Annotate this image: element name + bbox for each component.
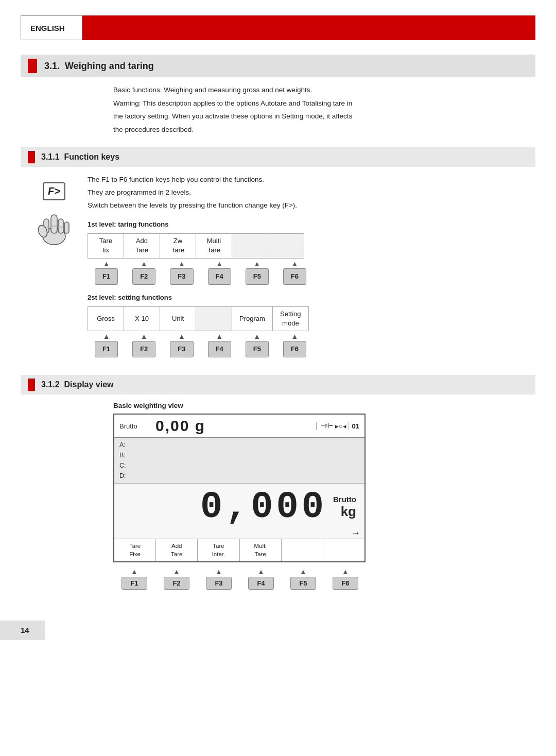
display-c-label: C:	[119, 460, 126, 471]
display-arrow-f6: ▲	[342, 568, 349, 576]
display-f5-button[interactable]: F5	[290, 577, 316, 590]
display-fkey-5	[282, 539, 323, 561]
display-arrow-f4: ▲	[257, 568, 265, 576]
display-f6-button[interactable]: F6	[333, 577, 358, 590]
fkey-icon-area: F>	[21, 174, 88, 363]
display-arrow-f2: ▲	[173, 568, 180, 576]
fkeys-content: The F1 to F6 function keys help you cont…	[88, 174, 535, 363]
display-arrow-f5: ▲	[300, 568, 307, 576]
arrow-up-f3: ▲	[178, 260, 185, 267]
l2-f1-cell: Gross	[88, 306, 124, 331]
footer: 14	[0, 621, 556, 640]
body-line-3: the factory setting. When you activate t…	[113, 111, 535, 122]
svg-rect-4	[64, 222, 69, 233]
section-312-title: 3.1.2 Display view	[41, 380, 114, 389]
body-line-1: Basic functions: Weighing and measuring …	[113, 84, 535, 96]
f3-button-l1[interactable]: F3	[170, 268, 193, 285]
display-fkey-4: MultiTare	[240, 539, 282, 561]
display-fbtn-f5: ▲ F5	[282, 568, 324, 590]
fkeys-intro-2: They are programmed in 2 levels.	[88, 187, 535, 199]
display-a-row: A:	[119, 440, 359, 450]
l1-btn-f3: ▲ F3	[163, 260, 200, 285]
arrow-up-f6: ▲	[291, 260, 299, 267]
display-fbtns-row: ▲ F1 ▲ F2 ▲ F3 ▲ F4 ▲ F5 ▲ F6	[113, 568, 535, 590]
display-b-label: B:	[119, 450, 126, 460]
section-31-header: 3.1. Weighing and taring	[21, 55, 535, 77]
display-f2-button[interactable]: F2	[164, 577, 189, 590]
f1-button-l1[interactable]: F1	[95, 268, 118, 285]
display-abcd-rows: A: B: C: D:	[114, 438, 364, 484]
display-f1-button[interactable]: F1	[121, 577, 147, 590]
body-line-4: the procedures described.	[113, 124, 535, 135]
f2-button-l1[interactable]: F2	[132, 268, 155, 285]
display-brutto-right-label: Brutto	[333, 495, 356, 504]
section-311-title: 3.1.1 Function keys	[41, 152, 119, 162]
arrow-up-l2-f6: ▲	[291, 333, 299, 340]
display-f3-button[interactable]: F3	[206, 577, 231, 590]
svg-rect-1	[51, 215, 57, 233]
display-a-label: A:	[119, 440, 126, 450]
display-icon2: ▸○◂	[335, 422, 346, 430]
f6-button-l2[interactable]: F6	[283, 341, 306, 357]
l2-btn-f6: ▲ F6	[276, 333, 314, 357]
display-kg-label: kg	[341, 504, 356, 520]
display-icons-row: ⊣¹⊢ ▸○◂ 01	[316, 422, 359, 430]
display-big-number-row: 0,000 Brutto kg	[114, 484, 364, 528]
arrow-up-l2-f4: ▲	[216, 333, 223, 340]
level1-btn-row: ▲ F1 ▲ F2 ▲ F3 ▲ F4 ▲ F5	[88, 260, 535, 285]
display-fbtn-f1: ▲ F1	[113, 568, 155, 590]
display-fbtn-f6: ▲ F6	[324, 568, 367, 590]
arrow-up-f2: ▲	[141, 260, 148, 267]
language-text: ENGLISH	[30, 24, 65, 32]
display-big-number: 0,000	[200, 489, 327, 526]
arrow-up-l2-f3: ▲	[178, 333, 185, 340]
display-num-right: 01	[349, 422, 359, 430]
display-b-row: B:	[119, 450, 359, 460]
section-311-header: 3.1.1 Function keys	[21, 147, 535, 167]
arrow-up-l2-f2: ▲	[141, 333, 148, 340]
fkeys-intro-1: The F1 to F6 function keys help you cont…	[88, 174, 535, 186]
l2-btn-f3: ▲ F3	[163, 333, 200, 357]
display-bottom-fkeys: TareFixe AddTare TareInter. MultiTare	[114, 539, 364, 561]
display-d-row: D:	[119, 471, 359, 481]
l1-f3-cell: ZwTare	[160, 234, 196, 258]
f-greater-icon: F>	[43, 182, 65, 200]
hand-icon	[36, 204, 73, 246]
display-fkey-3: TareInter.	[198, 539, 239, 561]
l1-f4-cell: MultiTare	[196, 234, 232, 258]
f2-button-l2[interactable]: F2	[132, 341, 155, 357]
f4-button-l2[interactable]: F4	[208, 341, 231, 357]
f5-button-l2[interactable]: F5	[246, 341, 269, 357]
display-fkey-1: TareFixe	[114, 539, 156, 561]
l2-f5-cell: Program	[232, 306, 273, 331]
l2-btn-f4: ▲ F4	[201, 333, 238, 357]
f6-button-l1[interactable]: F6	[283, 268, 306, 285]
display-fbtn-f3: ▲ F3	[198, 568, 240, 590]
display-screen: Brutto 0,00 g ⊣¹⊢ ▸○◂ 01 A: B: C:	[113, 414, 366, 562]
language-label: ENGLISH	[21, 15, 82, 40]
footer-page-number: 14	[0, 621, 45, 640]
display-f4-button[interactable]: F4	[248, 577, 273, 590]
arrow-up-f1: ▲	[103, 260, 110, 267]
level1-table: Tarefix AddTare ZwTare MultiTare	[88, 233, 304, 258]
arrow-up-l2-f5: ▲	[253, 333, 260, 340]
display-container: Brutto 0,00 g ⊣¹⊢ ▸○◂ 01 A: B: C:	[21, 414, 535, 562]
display-arrow-f3: ▲	[215, 568, 222, 576]
l2-f2-cell: X 10	[124, 306, 160, 331]
f4-button-l1[interactable]: F4	[208, 268, 231, 285]
section-31-title: 3.1. Weighing and taring	[44, 61, 154, 72]
l1-btn-f4: ▲ F4	[201, 260, 238, 285]
f5-button-l1[interactable]: F5	[246, 268, 269, 285]
fkeys-intro-3: Switch between the levels by pressing th…	[88, 200, 535, 212]
l2-btn-f1: ▲ F1	[88, 333, 125, 357]
f1-button-l2[interactable]: F1	[95, 341, 118, 357]
level2-table-wrap: Gross X 10 Unit Program Settingmode ▲ F1…	[88, 306, 535, 357]
l1-btn-f2: ▲ F2	[125, 260, 163, 285]
l2-btn-f5: ▲ F5	[238, 333, 276, 357]
display-top-row: Brutto 0,00 g ⊣¹⊢ ▸○◂ 01	[114, 415, 364, 438]
section-312-header: 3.1.2 Display view	[21, 375, 535, 394]
arrow-up-f4: ▲	[216, 260, 223, 267]
subsection-312-red-block	[28, 379, 35, 391]
l2-btn-f2: ▲ F2	[125, 333, 163, 357]
f3-button-l2[interactable]: F3	[170, 341, 193, 357]
